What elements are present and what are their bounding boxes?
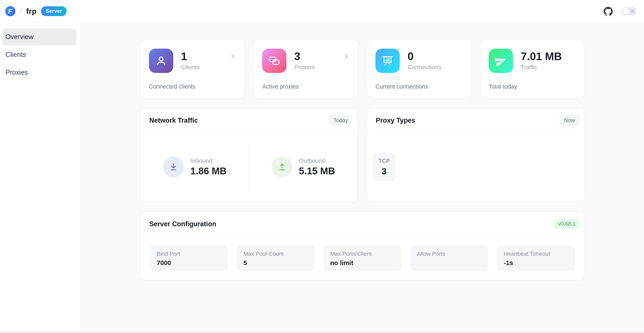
bottom-edge: [0, 331, 644, 333]
stat-card-proxies[interactable]: 3 Proxies Active proxies: [254, 39, 358, 99]
top-bar: F / frp Server: [0, 0, 644, 22]
proxy-types-title: Proxy Types: [376, 116, 415, 124]
today-badge: Today: [329, 115, 352, 126]
config-value: no limit: [330, 259, 395, 266]
user-icon: [149, 49, 173, 73]
now-badge: Now: [560, 115, 579, 126]
sidebar-item-overview[interactable]: Overview: [2, 28, 76, 45]
link-icon: [262, 49, 286, 73]
toggle-knob: [622, 8, 629, 15]
inbound-label: Inbound: [190, 158, 226, 164]
download-icon: [163, 156, 184, 177]
config-label: Heartbeat Timeout: [504, 250, 568, 257]
traffic-label: Traffic: [521, 64, 562, 71]
proxy-type-tile-tcp: TCP 3: [372, 153, 396, 181]
main-content: 1 Clients Connected clients: [81, 22, 644, 333]
config-value: 5: [244, 259, 308, 266]
sidebar: Overview Clients Proxies: [0, 22, 81, 333]
sun-icon: [630, 9, 635, 14]
clients-count: 1: [181, 51, 200, 62]
config-tile-max-pool-count: Max Pool Count 5: [237, 246, 314, 271]
inbound-value: 1.86 MB: [190, 166, 226, 176]
server-configuration-card: Server Configuration v0.68.1 Bind Port 7…: [140, 212, 585, 280]
stat-card-traffic: 7.01 MB Traffic Total today: [480, 39, 585, 99]
chevron-right-icon[interactable]: [229, 53, 236, 60]
proxies-description: Active proxies: [254, 79, 358, 90]
config-label: Bind Port: [157, 250, 222, 257]
traffic-description: Total today: [480, 79, 584, 90]
sidebar-item-clients[interactable]: Clients: [2, 46, 76, 63]
config-tile-max-ports-client: Max Ports/Client no limit: [324, 246, 402, 271]
proxies-count: 3: [294, 51, 314, 62]
proxies-label: Proxies: [294, 64, 314, 71]
traffic-value: 7.01 MB: [521, 51, 562, 62]
breadcrumb-separator: /: [20, 7, 22, 16]
clients-label: Clients: [181, 64, 200, 71]
sidebar-item-proxies[interactable]: Proxies: [2, 64, 76, 81]
theme-toggle[interactable]: [622, 7, 636, 16]
proxy-types-card: Proxy Types Now TCP 3: [367, 108, 585, 202]
clients-description: Connected clients: [141, 79, 245, 90]
outbound-label: Outbound: [299, 158, 335, 164]
paper-plane-icon: [489, 49, 513, 73]
version-badge: v0.68.1: [554, 219, 579, 229]
connections-description: Current connections: [367, 79, 471, 90]
stat-card-clients[interactable]: 1 Clients Connected clients: [140, 39, 245, 99]
github-icon[interactable]: [604, 7, 613, 16]
inbound-stat: Inbound 1.86 MB: [141, 132, 249, 202]
outbound-stat: Outbound 5.15 MB: [249, 132, 358, 202]
config-tile-bind-port: Bind Port 7000: [150, 246, 228, 271]
config-value: 7000: [157, 259, 222, 266]
config-tile-allow-ports: Allow Ports: [410, 246, 488, 271]
stats-row: 1 Clients Connected clients: [140, 39, 585, 99]
server-mode-badge: Server: [41, 6, 67, 16]
outbound-value: 5.15 MB: [299, 166, 335, 176]
stat-card-connections: 0 Connections Current connections: [367, 39, 472, 99]
connections-count: 0: [408, 51, 442, 62]
config-tile-heartbeat-timeout: Heartbeat Timeout -1s: [497, 246, 575, 271]
connections-label: Connections: [408, 64, 442, 71]
config-label: Max Pool Count: [244, 250, 308, 257]
network-traffic-title: Network Traffic: [150, 116, 198, 124]
config-label: Max Ports/Client: [330, 250, 395, 257]
config-value: [417, 259, 482, 266]
frp-logo[interactable]: F: [5, 6, 16, 16]
logo-letter: F: [8, 8, 12, 14]
network-traffic-card: Network Traffic Today Inbound: [140, 108, 358, 202]
server-configuration-title: Server Configuration: [150, 220, 216, 228]
presentation-chart-icon: [376, 49, 400, 73]
upload-icon: [272, 156, 292, 177]
config-label: Allow Ports: [417, 250, 482, 257]
proxy-type-name: TCP: [378, 158, 390, 164]
proxy-type-count: 3: [382, 166, 386, 176]
config-value: -1s: [504, 259, 568, 266]
chevron-right-icon[interactable]: [343, 53, 350, 60]
app-name: frp: [26, 7, 36, 16]
